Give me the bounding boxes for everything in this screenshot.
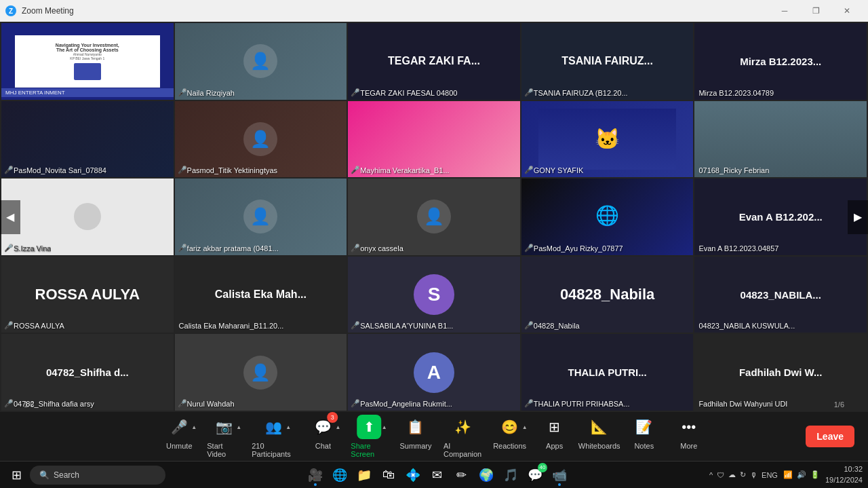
tile-6: 🎤 PasMod_Novita Sari_07884 — [1, 101, 174, 178]
refresh-icon: ↻ — [740, 470, 746, 479]
taskbar-app-music[interactable]: 🎵 — [500, 464, 521, 486]
maximize-button[interactable]: ❐ — [800, 0, 831, 22]
ai-companion-button[interactable]: ✨ AI Companion — [443, 415, 482, 458]
share-caret: ▲ — [382, 424, 387, 430]
taskbar-app-zoom2[interactable]: 📹 — [549, 464, 570, 486]
start-video-button[interactable]: 📷 ▲ Start Video — [207, 415, 241, 458]
unmute-icon: 🎤 ▲ — [167, 415, 191, 439]
chat-caret: ▲ — [335, 424, 340, 430]
chat-button[interactable]: 💬 3 ▲ Chat — [306, 415, 340, 458]
tile-23-name: PasMod_Angelina Rukmit... — [360, 400, 452, 408]
mute-icon-2: 🎤 — [178, 88, 187, 97]
tile-23-avatar: A — [414, 352, 454, 393]
taskbar-app-whatsapp[interactable]: 💬 40 — [524, 464, 546, 486]
participants-icon: 👥 ▲ — [261, 415, 285, 439]
tile-23: A 🎤 PasMod_Angelina Rukmit... — [348, 334, 520, 411]
tile-18-name: SALSABILA A'YUNINA B1... — [360, 322, 453, 330]
tile-13-name: onyx cassela — [360, 244, 403, 252]
tile-24-bigname: THALIA PUTRI... — [563, 361, 652, 383]
tile-22-name: Nurul Wahdah — [187, 400, 235, 408]
mute-icon-7: 🎤 — [178, 166, 187, 174]
date-display: 19/12/2024 — [825, 475, 863, 485]
toolbar-right: Leave — [806, 426, 854, 447]
share-screen-button[interactable]: ⬆ ▲ Share Screen — [351, 415, 388, 458]
participants-caret: ▲ — [285, 424, 291, 430]
nav-page-left: 1/6 — [24, 400, 34, 409]
summary-button[interactable]: 📋 Summary — [399, 415, 433, 458]
person-avatar-7: 👤 — [243, 122, 277, 156]
reactions-icon: 😊 ▲ — [498, 415, 522, 439]
tile-20-bigname: 04823_NABILA... — [735, 284, 827, 306]
chevron-icon[interactable]: ^ — [709, 471, 713, 479]
tile-15: Evan A B12.202... Evan A B12.2023.04857 — [694, 179, 867, 255]
tile-9-name: GONY SYAFIK — [534, 166, 584, 174]
tile-14: 🌐 🎤 PasMod_Ayu Rizky_07877 — [521, 179, 694, 255]
taskbar-app-mail[interactable]: ✉ — [427, 464, 448, 486]
taskbar-app-edge[interactable]: 🌐 — [329, 464, 351, 486]
tile-25-name: Fadhilah Dwi Wahyuni UDI — [698, 400, 787, 408]
tile-11-name: S.Izza Vina — [14, 244, 51, 252]
tile-7-name: Pasmod_Titik Yektiningtyas — [187, 166, 278, 174]
tile-2: 👤 🎤 Naila Rizqiyah — [175, 23, 347, 100]
tile-22: 👤 🎤 Nurul Wahdah — [175, 334, 347, 411]
mute-icon-6: 🎤 — [4, 166, 14, 174]
taskbar-app-teams[interactable]: 💠 — [402, 464, 424, 486]
tile-7: 👤 🎤 Pasmod_Titik Yektiningtyas — [175, 101, 347, 178]
nav-next-button[interactable]: ▶ — [848, 200, 868, 234]
leave-button[interactable]: Leave — [806, 426, 854, 447]
taskbar-app-pen[interactable]: ✏ — [451, 464, 473, 486]
tile-9: 🐱 🎤 GONY SYAFIK — [521, 101, 694, 178]
tile-20-name: 04823_NABILA KUSWULA... — [698, 322, 795, 330]
mute-icon-16: 🎤 — [4, 321, 14, 330]
video-grid: ◀ 1/6 ▶ 1/6 🛡 ⊞ View Navigating Your Inv… — [0, 22, 868, 412]
apps-button[interactable]: ⊞ Apps — [538, 415, 572, 458]
close-button[interactable]: ✕ — [831, 0, 863, 22]
language-label: ENG — [762, 471, 778, 479]
tile-25-bigname: Fadhilah Dwi W... — [734, 361, 828, 383]
minimize-button[interactable]: ─ — [769, 0, 800, 22]
mute-icon-9: 🎤 — [524, 166, 534, 174]
tile-19-name: 04828_Nabila — [534, 322, 580, 330]
tile-3-bigname: TEGAR ZAKI FA... — [382, 50, 486, 73]
search-bar[interactable]: 🔍 Search — [30, 466, 165, 485]
ai-icon: ✨ — [450, 415, 475, 439]
mute-icon-8: 🎤 — [351, 166, 360, 174]
unmute-button[interactable]: 🎤 ▲ Unmute — [162, 415, 196, 458]
more-button[interactable]: ••• More — [672, 415, 706, 458]
tile-21-bigname: 04782_Shifha d... — [41, 361, 134, 383]
tile-24: THALIA PUTRI... 🎤 THALIA PUTRI PRIHABSA.… — [521, 334, 694, 411]
mute-icon-3: 🎤 — [351, 88, 360, 97]
whiteboards-button[interactable]: 📐 Whiteboards — [583, 415, 616, 458]
tile-25: Fadhilah Dwi W... Fadhilah Dwi Wahyuni U… — [694, 334, 867, 411]
taskbar-app-explorer[interactable]: 📁 — [353, 464, 375, 486]
mute-icon-13: 🎤 — [351, 244, 360, 252]
notes-button[interactable]: 📝 Notes — [627, 415, 661, 458]
tile-8: 🎤 Mayhima Verakartika_B1... — [348, 101, 520, 178]
toolbar-center: 🎤 ▲ Unmute 📷 ▲ Start Video 👥 ▲ 210 Parti… — [162, 415, 706, 458]
summary-icon: 📋 — [403, 415, 428, 439]
reactions-caret: ▲ — [522, 424, 528, 430]
unmute-caret: ▲ — [191, 424, 197, 430]
title-bar-controls: ─ ❐ ✕ — [769, 0, 863, 22]
taskbar-app-browser[interactable]: 🌍 — [475, 464, 497, 486]
taskbar-app-store[interactable]: 🛍 — [378, 464, 399, 486]
start-button[interactable]: ⊞ — [5, 464, 27, 486]
reactions-button[interactable]: 😊 ▲ Reactions — [493, 415, 527, 458]
tile-4-bigname: TSANIA FAIRUZ... — [556, 50, 658, 73]
nav-prev-button[interactable]: ◀ — [0, 200, 20, 234]
person-avatar-22: 👤 — [243, 356, 277, 390]
tile-14-name: PasMod_Ayu Rizky_07877 — [534, 244, 623, 252]
presentation-content: Navigating Your Investment,The Art of Ch… — [15, 35, 160, 88]
mute-icon-12: 🎤 — [178, 244, 187, 252]
tile-19-bigname: 04828_Nabila — [555, 280, 660, 309]
tile-17-name: Calista Eka Maharani_B11.20... — [179, 322, 284, 330]
wifi-icon: 📶 — [783, 470, 793, 479]
tile-18: S 🎤 SALSABILA A'YUNINA B1... — [348, 257, 520, 333]
taskbar-app-zoom[interactable]: 🎥 — [304, 464, 326, 486]
search-icon: 🔍 — [39, 470, 50, 480]
tile-8-name: Mayhima Verakartika_B1... — [360, 166, 449, 174]
participants-button[interactable]: 👥 ▲ 210 Participants — [252, 415, 295, 458]
notes-icon: 📝 — [632, 415, 656, 439]
chat-badge: 3 — [327, 412, 338, 423]
video-icon: 📷 ▲ — [212, 415, 236, 439]
